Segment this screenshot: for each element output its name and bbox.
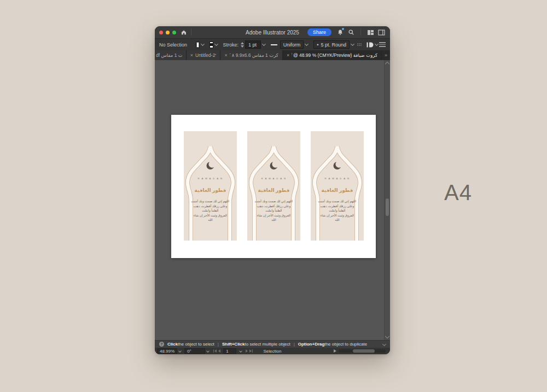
card-heading: فطور العافية [311,188,364,193]
document-tab-bar: df كرت 1 مقاس × Untitled-2* × كرت 1 مقاس… [155,50,390,60]
card-brand-text: R A M A D A N [318,178,357,180]
horizontal-scrollbar-thumb[interactable] [353,349,375,353]
minimize-window-button[interactable] [166,31,170,34]
hint-text: the object to duplicate [324,342,367,347]
brush-chevron-icon[interactable] [351,42,354,46]
notification-dot [342,28,344,30]
help-icon[interactable]: ? [159,342,164,347]
last-artboard-icon[interactable] [249,349,253,353]
card-body-text: اللهم إني لك صمت وبك آمنت وعلى رزقك أفطر… [191,199,230,223]
share-button[interactable]: Share [307,28,331,36]
stroke-label: Stroke: [223,42,239,48]
artboard[interactable]: R A M A D A N فطور العافية اللهم إني لك … [171,115,376,258]
width-profile-select[interactable]: Uniform [280,40,304,49]
card-heading: فطور العافية [184,188,237,193]
zoom-level-field[interactable]: 48.99% [157,348,177,354]
vertical-scrollbar[interactable] [384,60,390,340]
disabled-options-icon [357,43,362,46]
hint-separator: | [294,342,295,347]
close-window-button[interactable] [159,31,163,34]
workspace-switcher-icon[interactable] [366,28,375,37]
zoom-chevron-icon[interactable] [178,349,182,353]
rotation-field[interactable]: 0° [184,348,205,354]
arch-ornament [184,131,237,241]
basic-brush-chevron-icon[interactable] [375,42,379,46]
panel-toggle-icon[interactable] [377,28,386,37]
page-size-label: A4 [444,180,472,205]
ramadan-card[interactable]: R A M A D A N فطور العافية اللهم إني لك … [311,131,364,241]
artboard-nav: 1 [213,348,253,354]
close-tab-icon[interactable]: × [190,53,193,58]
hint-text: the object to select [178,342,214,347]
card-body-text: اللهم إني لك صمت وبك آمنت وعلى رزقك أفطر… [255,199,293,223]
control-bar: No Selection Stroke: 1 pt Uniform [155,38,390,50]
brush-definition-select[interactable]: • 5 pt. Round [313,40,350,49]
ramadan-card[interactable]: R A M A D A N فطور العافية اللهم إني لك … [247,131,300,241]
window-controls [159,31,176,34]
selection-status-label: No Selection [159,42,187,48]
artboard-number-field[interactable]: 1 [223,348,236,354]
card-brand-text: R A M A D A N [191,178,230,180]
hint-strong: Option+Drag [298,342,325,347]
document-tab-active[interactable]: × كروت ضيافة a4.pdf @ 48.99 % (CMYK/Prev… [283,50,382,60]
prev-artboard-icon[interactable] [218,349,220,353]
scroll-down-icon[interactable] [385,334,389,338]
document-tab[interactable]: × كرت 1 مقاس 9.9x6.6 ٨ كروت.pdf [220,50,282,60]
fill-dropdown-chevron-icon[interactable] [200,42,204,46]
next-artboard-icon[interactable] [246,349,248,353]
stroke-dropdown-chevron-icon[interactable] [214,42,218,46]
arch-ornament [311,131,364,241]
crescent-moon-icon [207,161,216,169]
close-tab-icon[interactable]: × [287,53,289,58]
hint-strong: Shift+Click [222,342,245,347]
document-tab[interactable]: × Untitled-2* [187,50,221,60]
titlebar-separator [360,29,361,36]
status-bar: Selection 48.99% 0° 1 [155,348,390,354]
canvas-pasteboard[interactable]: R A M A D A N فطور العافية اللهم إني لك … [155,60,390,340]
arch-ornament [247,131,300,241]
basic-brush-icon[interactable] [366,42,374,48]
card-brand-text: R A M A D A N [255,178,293,180]
artboard-chevron-icon[interactable] [239,349,242,353]
stepper-up-icon[interactable] [241,42,244,44]
scroll-up-icon[interactable] [385,62,389,66]
home-icon[interactable] [179,28,188,37]
brush-dot-icon: • [317,42,318,48]
title-bar: Adobe Illustrator 2025 Share [155,26,390,38]
search-icon[interactable] [347,28,356,37]
document-tab[interactable]: df كرت 1 مقاس [155,50,187,60]
card-body-text: اللهم إني لك صمت وبك آمنت وعلى رزقك أفطر… [318,199,357,223]
properties-list-icon[interactable] [379,42,386,47]
width-profile-chevron-icon[interactable] [305,42,309,46]
scroll-right-icon[interactable] [334,349,336,353]
vertical-scrollbar-thumb[interactable] [386,198,389,216]
close-tab-icon[interactable]: × [224,53,227,58]
zoom-window-button[interactable] [172,31,176,34]
crescent-moon-icon [270,161,280,169]
hint-separator: | [218,342,219,347]
stroke-weight-stepper[interactable] [241,42,244,48]
tab-overflow-icon[interactable]: » [382,50,390,60]
crescent-moon-icon [334,161,343,169]
rotation-chevron-icon[interactable] [206,349,210,353]
stroke-weight-field[interactable]: 1 pt [245,40,261,49]
scrollbar-down-icon[interactable] [382,342,386,346]
ramadan-card[interactable]: R A M A D A N فطور العافية اللهم إني لك … [184,131,237,241]
first-artboard-icon[interactable] [213,349,217,353]
stepper-down-icon[interactable] [241,45,244,48]
hint-text: to select multiple object [245,342,290,347]
hint-bar: ? Click the object to select | Shift+Cli… [155,340,390,348]
stroke-color-swatch[interactable] [210,42,213,48]
card-heading: فطور العافية [247,188,300,193]
width-profile-preview [271,44,277,45]
fill-color-swatch[interactable] [196,42,199,48]
stroke-weight-chevron-icon[interactable] [262,42,266,46]
titlebar-separator [191,29,191,36]
hint-strong: Click [167,342,178,347]
illustrator-window: Adobe Illustrator 2025 Share [155,26,390,354]
notifications-bell-icon[interactable] [336,28,345,37]
horizontal-scrollbar[interactable] [339,349,386,353]
